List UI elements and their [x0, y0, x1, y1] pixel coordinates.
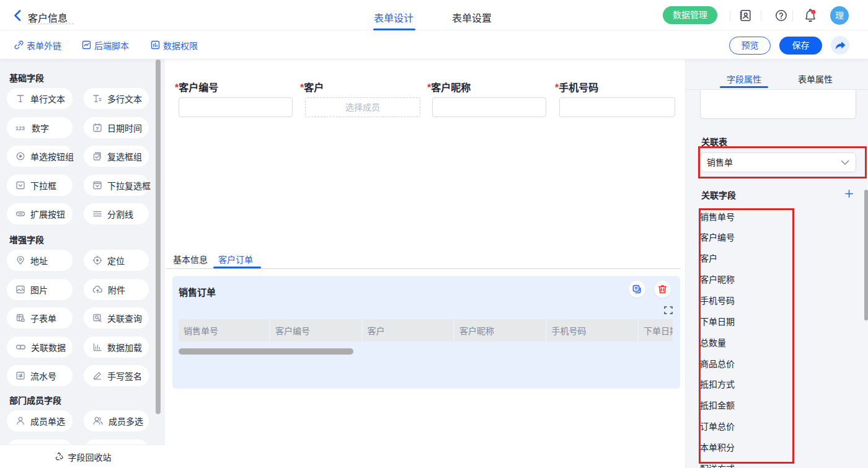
- svg-text:123: 123: [16, 125, 25, 131]
